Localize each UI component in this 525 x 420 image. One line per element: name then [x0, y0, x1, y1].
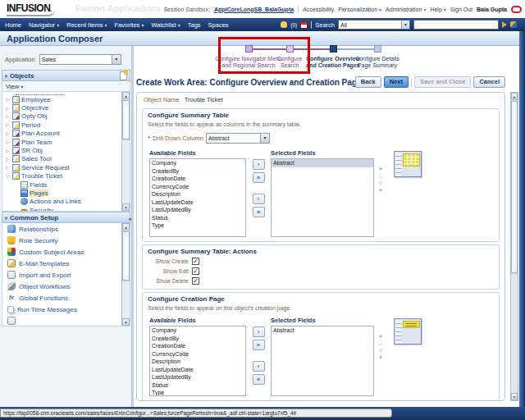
move-all-left-button[interactable]: « [253, 207, 265, 217]
common-setup-item-custom-subject-areas[interactable]: Custom Subject Areas [2, 246, 130, 258]
expand-right-icon[interactable]: ▷ [6, 97, 11, 102]
search-input[interactable] [413, 20, 499, 30]
new-object-icon[interactable] [120, 71, 127, 80]
application-select[interactable]: Sales▾ [39, 54, 121, 65]
expand-right-icon[interactable]: ▷ [6, 139, 11, 144]
accessibility-link[interactable]: Accessibility [303, 7, 334, 12]
expand-right-icon[interactable]: ▷ [6, 131, 11, 136]
tree-item-service-request[interactable]: ▷Service Request [2, 163, 121, 171]
tree-item-pages[interactable]: Pages [2, 189, 121, 197]
expand-right-icon[interactable]: ▷ [6, 157, 11, 162]
calendar-icon[interactable] [300, 21, 308, 29]
collapse-icon[interactable]: ▾ [5, 73, 7, 79]
selected-fields-list[interactable]: Abstract [271, 326, 374, 396]
nav-recent-items[interactable]: Recent Items ▾ [66, 21, 107, 29]
move-right-button[interactable]: › [253, 326, 265, 337]
chat-icon[interactable] [511, 6, 522, 13]
session-sandbox-link[interactable]: ApplCoreLongSB_BalaGupta [214, 7, 294, 12]
scroll-up-icon[interactable]: ▲ [122, 92, 130, 99]
available-fields-list[interactable]: Company CreatedBy CreationDate CurrencyC… [149, 158, 246, 237]
expand-right-icon[interactable]: ▷ [6, 122, 11, 127]
next-button[interactable]: Next [384, 76, 409, 88]
search-scope-select[interactable]: All▾ [338, 20, 410, 30]
list-item[interactable]: CurrencyCode [150, 183, 245, 191]
list-item[interactable]: Status [150, 214, 245, 222]
reorder-top-icon[interactable]: ▲ [378, 166, 383, 171]
list-item[interactable]: Description [150, 190, 245, 199]
collapse-icon[interactable]: ▾ [5, 215, 7, 221]
show-edit-checkbox[interactable]: ✓ [192, 267, 199, 275]
list-item[interactable]: Abstract [272, 326, 373, 335]
tree-item-trouble-ticket[interactable]: ▽Trouble Ticket [2, 172, 121, 180]
list-item[interactable]: LastUpdateDate [150, 199, 245, 207]
nav-home[interactable]: Home [5, 21, 21, 29]
sidebar-splitter[interactable] [132, 46, 134, 407]
common-setup-item-object-workflows[interactable]: Object Workflows [2, 281, 130, 292]
search-go-icon[interactable] [502, 21, 507, 28]
move-left-button[interactable]: ‹ [253, 361, 265, 372]
administration-menu[interactable]: Administration ▾ [386, 7, 426, 12]
list-item[interactable]: CreationDate [150, 342, 245, 350]
expand-right-icon[interactable]: ▷ [6, 148, 11, 153]
train-step-3-marker[interactable] [330, 45, 337, 52]
common-setup-item-import-export[interactable]: Import and Export [2, 269, 130, 281]
scrollbar-thumb[interactable] [122, 100, 130, 139]
scroll-down-icon[interactable]: ▼ [122, 318, 130, 326]
nav-favorites[interactable]: Favorites ▾ [115, 21, 144, 29]
content-scrollbar[interactable]: ▲ ▼ [510, 92, 518, 401]
expand-right-icon[interactable]: ▷ [6, 106, 11, 111]
tree-item-period[interactable]: ▷Period [2, 121, 121, 129]
list-item[interactable]: Status [150, 381, 245, 390]
view-menu[interactable]: View ▾ [2, 81, 130, 92]
tree-scrollbar[interactable]: ▲ ▼ [121, 92, 130, 211]
list-item[interactable]: LastUpdateDate [150, 366, 245, 374]
common-setup-panel-header[interactable]: ▾ Common Setup [2, 212, 130, 223]
nav-watchlist[interactable]: Watchlist ▾ [151, 21, 180, 29]
common-setup-item-run-time-messages[interactable]: Run Time Messages [2, 304, 130, 315]
tree-item-plan-account[interactable]: ▷Plan Account [2, 130, 121, 138]
list-item[interactable]: Company [150, 326, 245, 335]
tree-item-employee[interactable]: ▷Employee [2, 95, 121, 103]
list-item[interactable]: Description [150, 358, 245, 366]
objects-panel-header[interactable]: ▾ Objects [2, 70, 130, 81]
tree-item-objective[interactable]: ▷Objective [2, 103, 121, 112]
tree-item-fields[interactable]: Fields [2, 180, 121, 189]
drill-down-column-select[interactable]: Abstract▾ [206, 133, 270, 144]
scrollbar-thumb[interactable] [511, 101, 518, 273]
list-item[interactable]: LastUpdatedBy [150, 373, 245, 381]
available-fields-list[interactable]: Company CreatedBy CreationDate CurrencyC… [149, 326, 246, 396]
show-create-checkbox[interactable]: ✓ [192, 258, 199, 265]
reorder-top-icon[interactable]: ▲ [378, 333, 383, 338]
show-delete-checkbox[interactable]: ✓ [192, 277, 199, 285]
list-item[interactable]: LastUpdatedBy [150, 206, 245, 214]
tree-item-sr-obj[interactable]: ▷SR Obj [2, 146, 121, 154]
common-setup-scrollbar[interactable]: ▲ ▼ [121, 223, 130, 326]
tree-item-actions-and-links[interactable]: Actions and Links [2, 198, 121, 206]
expand-right-icon[interactable]: ▷ [6, 165, 11, 170]
list-item-selected[interactable]: Abstract [272, 159, 373, 167]
list-item[interactable]: Company [150, 159, 245, 167]
list-item[interactable]: Type [150, 389, 245, 396]
move-all-right-button[interactable]: » [253, 340, 265, 350]
scroll-up-icon[interactable]: ▲ [122, 223, 130, 231]
nav-tags[interactable]: Tags [188, 21, 201, 29]
scrollbar-thumb[interactable] [122, 231, 130, 281]
list-item[interactable]: CreatedBy [150, 335, 245, 343]
tree-item-plan-team[interactable]: ▷Plan Team [2, 138, 121, 146]
move-left-button[interactable]: ‹ [253, 194, 265, 204]
advanced-search-icon[interactable] [510, 21, 517, 28]
reorder-up-icon[interactable]: △ [379, 340, 383, 345]
move-all-left-button[interactable]: « [253, 374, 265, 385]
expand-right-icon[interactable]: ▷ [6, 114, 11, 119]
reorder-down-icon[interactable]: ▽ [379, 348, 383, 353]
list-item[interactable]: CurrencyCode [150, 350, 245, 358]
scroll-down-icon[interactable]: ▼ [122, 203, 130, 211]
reorder-bottom-icon[interactable]: ▼ [378, 355, 383, 360]
reorder-up-icon[interactable]: △ [379, 173, 383, 178]
common-setup-item-role-security[interactable]: Role Security [2, 235, 130, 246]
cancel-button[interactable]: Cancel [473, 76, 505, 88]
tree-item-opty-obj[interactable]: ▷Opty Obj [2, 112, 121, 121]
move-right-button[interactable]: › [253, 159, 265, 170]
sign-out-link[interactable]: Sign Out [450, 7, 472, 12]
reorder-down-icon[interactable]: ▽ [379, 180, 383, 185]
